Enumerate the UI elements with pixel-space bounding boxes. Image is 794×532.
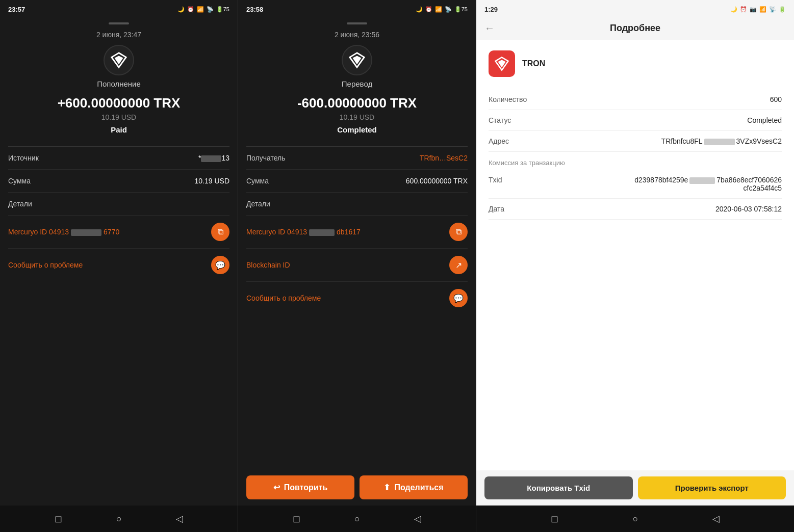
- status-time-1: 23:57: [8, 6, 25, 13]
- txid-value: d239878bf4259e7ba86e8ecf7060626 cfc2a54f…: [634, 176, 782, 192]
- clock-icon-3: ⏰: [740, 6, 747, 13]
- date-label-3: Дата: [489, 205, 560, 213]
- back-button[interactable]: ←: [484, 22, 495, 34]
- details-row-1: Детали: [8, 193, 229, 216]
- sum-label-1: Сумма: [8, 177, 31, 185]
- tx-amount-2: -600.00000000 TRX: [238, 95, 476, 111]
- moon-icon-3: 🌙: [730, 6, 737, 13]
- nav-back-1[interactable]: ◁: [176, 513, 183, 524]
- blockchain-row[interactable]: Blockchain ID ↗: [246, 249, 468, 282]
- share-button[interactable]: ⬆ Поделиться: [360, 475, 468, 499]
- signal-icon: 📶: [197, 6, 204, 13]
- panel-deposit: 23:57 🌙 ⏰ 📶 📡 🔋75 2 июня, 23:47 Пополнен…: [0, 0, 238, 532]
- status-bar-1: 23:57 🌙 ⏰ 📶 📡 🔋75: [0, 0, 238, 18]
- nav-circle-3[interactable]: ○: [633, 514, 638, 524]
- nav-bar-3: ◻ ○ ◁: [476, 506, 794, 532]
- status-icons-2: 🌙 ⏰ 📶 📡 🔋75: [416, 6, 468, 13]
- address-label: Адрес: [489, 137, 560, 145]
- blockchain-link: Blockchain ID: [246, 261, 449, 269]
- mercuryo-row-1[interactable]: Mercuryo ID 049136770 ⧉: [8, 216, 229, 249]
- status-time-2: 23:58: [246, 6, 263, 13]
- action-buttons: ↩ Повторить ⬆ Поделиться: [238, 469, 476, 506]
- status-icons-1: 🌙 ⏰ 📶 📡 🔋75: [177, 6, 229, 13]
- mercuryo-row-2[interactable]: Mercuryo ID 04913db1617 ⧉: [246, 216, 468, 249]
- date-label-1: 2 июня, 23:47: [0, 26, 238, 45]
- source-label: Источник: [8, 154, 39, 162]
- source-row: Источник *13: [8, 147, 229, 170]
- share-icon: ⬆: [383, 483, 390, 492]
- copy-btn-mercuryo-1[interactable]: ⧉: [211, 223, 229, 241]
- sum-label-2: Сумма: [246, 177, 269, 185]
- tx-usd-2: 10.19 USD: [238, 113, 476, 121]
- wifi-icon-2: 📡: [445, 6, 452, 13]
- status-label: Статус: [489, 116, 560, 124]
- details-label-2: Детали: [246, 200, 270, 208]
- txid-label: Txid: [489, 176, 560, 184]
- drag-handle-1: [0, 18, 238, 26]
- repeat-icon: ↩: [273, 483, 280, 492]
- status-row: Статус Completed: [489, 110, 782, 131]
- token-row: TRON: [489, 50, 782, 77]
- battery-icon: 🔋75: [216, 6, 229, 13]
- nav-square-2[interactable]: ◻: [293, 513, 300, 524]
- token-icon-wrap-2: [238, 45, 476, 75]
- mercuryo-link-1: Mercuryo ID 049136770: [8, 228, 211, 236]
- wifi-icon: 📡: [207, 6, 214, 13]
- page-title: Подробнее: [501, 23, 770, 34]
- token-icon-wrap-1: [0, 45, 238, 75]
- bottom-buttons: Копировать Txid Проверить экспорт: [476, 470, 794, 506]
- repeat-button[interactable]: ↩ Повторить: [246, 475, 354, 499]
- moon-icon-2: 🌙: [416, 6, 423, 13]
- fee-header: Комиссия за транзакцию: [489, 152, 782, 170]
- nav-square-3[interactable]: ◻: [551, 513, 558, 524]
- detail-content: TRON Количество 600 Статус Completed Адр…: [476, 40, 794, 470]
- problem-text-2: Сообщить о проблеме: [246, 294, 321, 302]
- status-icons-3: 🌙 ⏰ 📷 📶 📡 🔋: [730, 6, 786, 13]
- copy-btn-blockchain[interactable]: ↗: [449, 256, 468, 274]
- moon-icon: 🌙: [177, 6, 185, 13]
- token-name: TRON: [522, 59, 545, 68]
- detail-header: ← Подробнее: [476, 18, 794, 40]
- copy-btn-mercuryo-2[interactable]: ⧉: [449, 223, 468, 241]
- detail-section-2: Получатель TRfbn…SesC2 Сумма 600.0000000…: [238, 147, 476, 469]
- status-time-3: 1:29: [484, 6, 498, 13]
- address-row: Адрес TRfbnfcu8FL3VZx9VsesC2: [489, 131, 782, 152]
- sum-row-1: Сумма 10.19 USD: [8, 170, 229, 193]
- recipient-value: TRfbn…SesC2: [420, 154, 468, 162]
- address-value: TRfbnfcu8FL3VZx9VsesC2: [661, 137, 782, 145]
- quantity-row: Количество 600: [489, 89, 782, 110]
- nav-back-3[interactable]: ◁: [712, 513, 720, 524]
- drag-handle-2: [238, 18, 476, 26]
- panel-transfer: 23:58 🌙 ⏰ 📶 📡 🔋75 2 июня, 23:56 Перевод …: [238, 0, 476, 532]
- problem-row-2[interactable]: Сообщить о проблеме 💬: [246, 282, 468, 314]
- problem-row-1[interactable]: Сообщить о проблеме 💬: [8, 249, 229, 281]
- signal-icon-3: 📶: [759, 6, 766, 13]
- recipient-label: Получатель: [246, 154, 286, 162]
- date-value: 2020-06-03 07:58:12: [715, 205, 782, 213]
- quantity-value: 600: [770, 95, 782, 103]
- signal-icon-2: 📶: [435, 6, 442, 13]
- tx-amount-1: +600.00000000 TRX: [0, 95, 238, 111]
- tx-status-2: Completed: [238, 125, 476, 134]
- tron-icon-light: [489, 50, 515, 77]
- tx-usd-1: 10.19 USD: [0, 113, 238, 121]
- sum-value-2: 600.00000000 TRX: [406, 177, 468, 185]
- tron-icon-2: [342, 45, 372, 75]
- details-label-1: Детали: [8, 200, 32, 208]
- nav-circle-2[interactable]: ○: [354, 514, 360, 524]
- nav-back-2[interactable]: ◁: [414, 513, 421, 524]
- details-row-2: Детали: [246, 193, 468, 216]
- sum-row-2: Сумма 600.00000000 TRX: [246, 170, 468, 193]
- battery-icon-2: 🔋75: [454, 6, 468, 13]
- mercuryo-link-2: Mercuryo ID 04913db1617: [246, 228, 449, 236]
- problem-btn-2[interactable]: 💬: [449, 289, 468, 307]
- problem-btn-1[interactable]: 💬: [211, 256, 229, 274]
- verify-export-button[interactable]: Проверить экспорт: [638, 476, 786, 499]
- tx-type-2: Перевод: [238, 79, 476, 88]
- sum-value-1: 10.19 USD: [195, 177, 229, 185]
- copy-txid-button[interactable]: Копировать Txid: [484, 476, 633, 499]
- nav-circle-1[interactable]: ○: [116, 514, 122, 524]
- date-row: Дата 2020-06-03 07:58:12: [489, 199, 782, 220]
- nav-square-1[interactable]: ◻: [55, 513, 62, 524]
- quantity-label: Количество: [489, 95, 560, 103]
